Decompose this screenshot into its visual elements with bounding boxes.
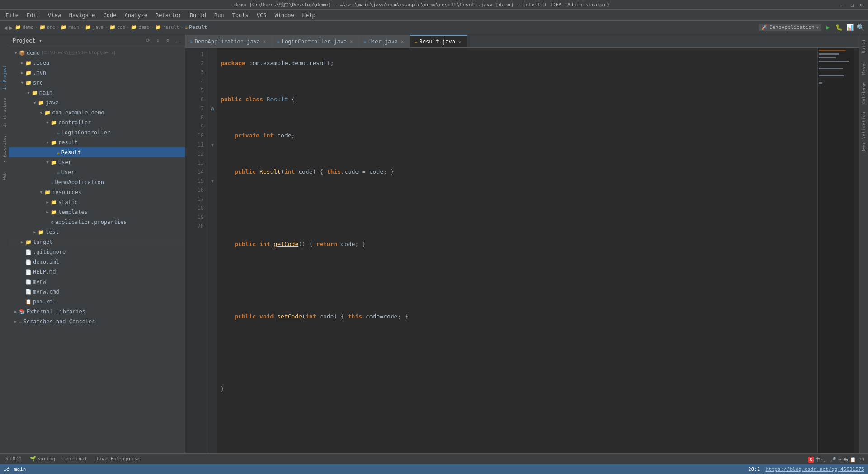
tree-item-java[interactable]: ▼ 📁 java (9, 98, 185, 108)
tree-item-external-libraries[interactable]: ▶ 📚 External Libraries (9, 307, 185, 317)
tree-item-mvnw-cmd[interactable]: ▶ 📄 mvnw.cmd (9, 287, 185, 297)
tab-close-user[interactable]: ✕ (400, 39, 405, 44)
gutter-fold-icon-11[interactable]: ▼ (209, 140, 216, 149)
tab-user-java[interactable]: ☕ User.java ✕ (359, 35, 410, 47)
menu-analyze[interactable]: Analyze (121, 11, 151, 19)
tree-item-demoapplication[interactable]: ▶ ☕ DemoApplication (9, 177, 185, 187)
menu-edit[interactable]: Edit (23, 11, 43, 19)
bottom-tab-spring[interactable]: 🌱 Spring (28, 454, 57, 464)
right-scrollbar[interactable] (854, 48, 859, 453)
code-line-1: package com.example.demo.result; (221, 59, 814, 68)
tree-item-mvnw[interactable]: ▶ 📄 mvnw (9, 277, 185, 287)
right-tool-build[interactable]: Build (860, 36, 867, 57)
fold-icon-15: ▼ (211, 179, 214, 184)
panel-structure[interactable]: 2: Structure (1, 94, 8, 131)
tab-result-java[interactable]: ☕ Result.java ✕ (410, 35, 467, 47)
url-reference[interactable]: https://blog.csdn.net/qq_45031575 (765, 466, 864, 472)
tab-icon-logincontroller: ☕ (277, 38, 280, 44)
tree-item-user-java[interactable]: ▶ ☕ User (9, 167, 185, 177)
bottom-tab-terminal[interactable]: Terminal (61, 454, 89, 464)
systray-kb1: ⌨ (838, 457, 841, 463)
nav-back-icon[interactable]: ◀ (4, 24, 7, 31)
run-button[interactable]: ▶ (824, 24, 832, 32)
tab-label-demoapplication: DemoApplication.java (195, 38, 260, 45)
tree-item-result-java[interactable]: ▶ ☕ Result (9, 147, 185, 157)
main-area: 1: Project 2: Structure ★ Favorites Web … (0, 34, 868, 453)
run-config-selector[interactable]: 🚀 DemoApplication ▼ (759, 24, 821, 31)
bottom-tab-java-enterprise[interactable]: Java Enterprise (94, 454, 142, 464)
right-tool-bean-validation[interactable]: Bean Validation (860, 108, 867, 156)
tree-item-src[interactable]: ▼ 📁 src (9, 78, 185, 88)
systray-mic: 🎤 (830, 457, 836, 463)
tab-icon-result: ☕ (415, 39, 418, 45)
tab-logincontroller-java[interactable]: ☕ LoginController.java ✕ (272, 35, 359, 47)
sidebar-sync-btn[interactable]: ⟳ (144, 37, 151, 44)
tab-label-logincontroller: LoginController.java (282, 38, 347, 45)
menu-code[interactable]: Code (100, 11, 120, 19)
tree-item-demo-iml[interactable]: ▶ 📄 demo.iml (9, 257, 185, 267)
panel-favorites[interactable]: ★ Favorites (1, 132, 8, 168)
gutter-fold-icon-15[interactable]: ▼ (209, 176, 216, 185)
tree-item-gitignore[interactable]: ▶ 📄 .gitignore (9, 247, 185, 257)
profile-button[interactable]: 📊 (846, 24, 854, 32)
panel-web[interactable]: Web (1, 169, 8, 183)
menu-tools[interactable]: Tools (229, 11, 252, 19)
tab-close-result[interactable]: ✕ (457, 39, 462, 44)
menu-vcs[interactable]: VCS (253, 11, 270, 19)
menu-navigate[interactable]: Navigate (66, 11, 99, 19)
tree-item-demo-root[interactable]: ▼ 📦 demo [C:\Users\桃白\Desktop\demo] (9, 48, 185, 58)
tree-item-com-example-demo[interactable]: ▼ 📁 com.example.demo (9, 108, 185, 118)
menu-run[interactable]: Run (211, 11, 228, 19)
tree-item-application-properties[interactable]: ▶ ⚙ application.properties (9, 217, 185, 227)
tree-item-static[interactable]: ▶ 📁 static (9, 197, 185, 207)
tree-item-target[interactable]: ▶ 📁 target (9, 237, 185, 247)
menu-refactor[interactable]: Refactor (152, 11, 185, 19)
line-col-indicator[interactable]: 20:1 (748, 466, 760, 472)
tree-item-scratches[interactable]: ▶ ✏ Scratches and Consoles (9, 317, 185, 327)
sidebar-settings-btn[interactable]: ⚙ (164, 37, 171, 44)
tree-item-logincontroller[interactable]: ▶ ☕ LoginController (9, 128, 185, 137)
tree-item-result-folder[interactable]: ▼ 📁 result (9, 137, 185, 147)
sidebar-hide-btn[interactable]: — (174, 37, 181, 44)
maximize-button[interactable]: □ (849, 2, 855, 8)
tab-close-logincontroller[interactable]: ✕ (349, 39, 354, 44)
code-editor[interactable]: package com.example.demo.result; public … (217, 48, 817, 453)
code-line-16 (221, 330, 814, 339)
gutter-annotation-icon[interactable]: @ (209, 104, 216, 113)
tree-item-pom-xml[interactable]: ▶ 📋 pom.xml (9, 297, 185, 307)
todo-label: TODO (9, 456, 22, 462)
tree-item-test[interactable]: ▶ 📁 test (9, 227, 185, 237)
code-line-12 (221, 258, 814, 267)
sidebar-collapse-btn[interactable]: ↕ (154, 37, 161, 44)
title-text: demo [C:\Users\桃白\Desktop\demo] – …\src\… (4, 1, 840, 8)
git-branch-label[interactable]: main (14, 466, 26, 472)
tree-item-mvn[interactable]: ▶ 📁 .mvn (9, 68, 185, 78)
menu-build[interactable]: Build (186, 11, 210, 19)
search-button[interactable]: 🔍 (857, 24, 864, 31)
minimize-button[interactable]: ─ (840, 2, 846, 8)
tree-item-help-md[interactable]: ▶ 📄 HELP.md (9, 267, 185, 277)
menu-help[interactable]: Help (299, 11, 319, 19)
panel-project[interactable]: 1: Project (1, 62, 8, 93)
tree-item-user-folder[interactable]: ▼ 📁 User (9, 157, 185, 167)
menu-window[interactable]: Window (271, 11, 297, 19)
tree-item-templates[interactable]: ▶ 📁 templates (9, 207, 185, 217)
menu-file[interactable]: File (2, 11, 22, 19)
tab-close-demoapplication[interactable]: ✕ (262, 39, 267, 44)
bottom-tab-todo[interactable]: 6 TODO (4, 454, 24, 464)
nav-forward-icon[interactable]: ▶ (9, 24, 13, 31)
menu-view[interactable]: View (44, 11, 65, 19)
tree-item-resources[interactable]: ▼ 📁 resources (9, 187, 185, 197)
debug-button[interactable]: 🐛 (835, 24, 843, 32)
breadcrumb-demo[interactable]: 📁 (15, 24, 21, 30)
tree-item-main[interactable]: ▼ 📁 main (9, 88, 185, 98)
tab-demoapplication-java[interactable]: ☕ DemoApplication.java ✕ (185, 35, 272, 47)
right-tool-database[interactable]: Database (860, 79, 867, 108)
right-tool-maven[interactable]: Maven (860, 57, 867, 78)
tree-item-controller[interactable]: ▼ 📁 controller (9, 118, 185, 128)
tab-icon-user: ☕ (363, 38, 367, 44)
git-branch-icon: ⎇ (4, 466, 9, 472)
tree-item-idea[interactable]: ▶ 📁 .idea (9, 58, 185, 68)
close-button[interactable]: ✕ (858, 2, 864, 8)
right-vertical-tools: Build Maven Database Bean Validation (859, 34, 868, 453)
